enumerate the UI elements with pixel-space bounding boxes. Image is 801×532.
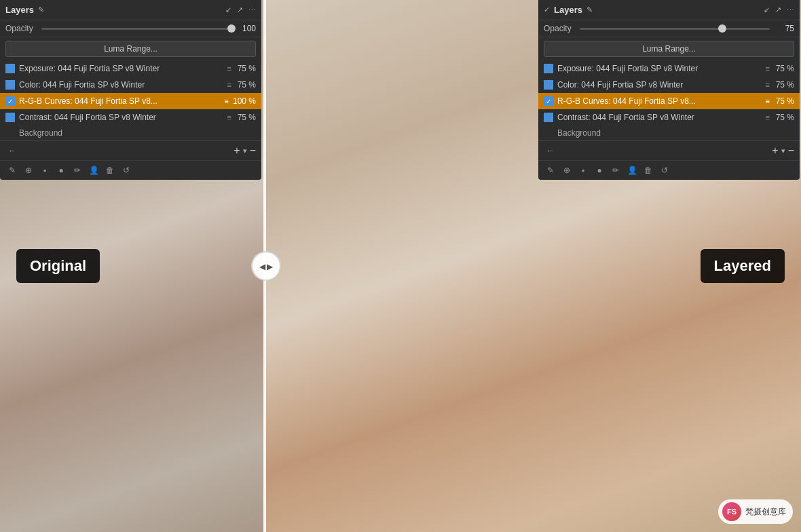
panel-title-area-left: Layers ✎ — [5, 5, 44, 15]
arrow-dropdown-left[interactable]: ▾ — [243, 147, 247, 155]
adjust-icon-contrast-left: ≡ — [227, 113, 231, 121]
layered-label-text: Layered — [714, 257, 771, 274]
check-color-left: ✓ — [7, 81, 13, 89]
more-icon-right[interactable]: ⋯ — [787, 5, 794, 14]
layer-row-rgb-left[interactable]: ✓ R-G-B Curves: 044 Fuji Fortia SP v8...… — [0, 93, 261, 109]
brush-icon-right[interactable]: ✎ — [544, 164, 557, 177]
expand-icon-left[interactable]: ↗ — [237, 5, 243, 14]
watermark-logo: FS — [722, 502, 741, 521]
stamp-icon-left[interactable]: ⊕ — [22, 164, 35, 177]
opacity-thumb-right[interactable] — [718, 24, 726, 33]
panel-controls-right: ↙ ↗ ⋯ — [764, 5, 794, 14]
luma-range-btn-right[interactable]: Luma Range... — [544, 41, 794, 57]
layer-name-contrast-right: Contrast: 044 Fuji Fortia SP v8 Winter — [557, 113, 762, 122]
layer-pct-exposure-left: 75 % — [236, 64, 256, 73]
original-label: Original — [16, 249, 100, 283]
layer-name-rgb-right: R-G-B Curves: 044 Fuji Fortia SP v8... — [557, 96, 762, 106]
collapse-icon-left[interactable]: ↙ — [225, 5, 231, 14]
circle-icon-left[interactable]: ● — [54, 164, 68, 177]
opacity-slider-left[interactable] — [41, 28, 231, 30]
pencil-icon-left[interactable]: ✎ — [38, 5, 44, 14]
layer-checkbox-exposure-left[interactable]: ✓ — [5, 64, 15, 73]
add-layer-btn-left[interactable]: + — [234, 145, 240, 157]
layer-checkbox-contrast-left[interactable]: ✓ — [5, 113, 15, 122]
adjust-icon-contrast-right: ≡ — [766, 113, 770, 121]
layer-name-contrast-left: Contrast: 044 Fuji Fortia SP v8 Winter — [19, 113, 223, 122]
layer-row-exposure-left[interactable]: ✓ Exposure: 044 Fuji Fortia SP v8 Winter… — [0, 60, 261, 77]
opacity-row-right: Opacity 75 — [538, 20, 800, 37]
square-icon-left[interactable]: ▪ — [38, 164, 52, 177]
brush-icon-left[interactable]: ✎ — [5, 164, 19, 177]
layer-row-contrast-right[interactable]: ✓ Contrast: 044 Fuji Fortia SP v8 Winter… — [538, 109, 800, 126]
panel-toolbar-left: ← + ▾ − — [0, 140, 261, 160]
reset-icon-left[interactable]: ↺ — [119, 164, 133, 177]
layer-name-rgb-left: R-G-B Curves: 044 Fuji Fortia SP v8... — [19, 96, 221, 106]
adjust-icon-exposure-left: ≡ — [227, 64, 231, 73]
opacity-thumb-left[interactable] — [227, 24, 236, 33]
layer-checkbox-exposure-right[interactable]: ✓ — [544, 64, 553, 73]
adjust-icon-color-right: ≡ — [766, 81, 770, 89]
toolbar-right-controls-right: + ▾ − — [772, 145, 794, 157]
background-row-right: Background — [538, 126, 800, 140]
background-label-left: Background — [19, 128, 62, 138]
layer-checkbox-color-left[interactable]: ✓ — [5, 80, 15, 90]
collapse-icon-right[interactable]: ↙ — [764, 5, 770, 14]
remove-layer-btn-right[interactable]: − — [788, 145, 794, 157]
layer-checkbox-rgb-right[interactable]: ✓ — [544, 96, 553, 106]
toolbar-right-icons: ← — [544, 144, 768, 157]
remove-layer-btn-left[interactable]: − — [250, 145, 256, 157]
adjust-icon-color-left: ≡ — [227, 81, 231, 89]
delete-icon-left[interactable]: 🗑 — [103, 164, 117, 177]
arrow-dropdown-right[interactable]: ▾ — [781, 147, 785, 155]
layer-checkbox-rgb-left[interactable]: ✓ — [5, 96, 15, 106]
arrow-left-btn-right[interactable]: ← — [544, 144, 557, 157]
watermark-text: 梵摄创意库 — [745, 506, 786, 518]
person-icon-left[interactable]: 👤 — [87, 164, 100, 177]
layer-row-color-right[interactable]: ✓ Color: 044 Fuji Fortia SP v8 Winter ≡ … — [538, 77, 800, 93]
layer-row-rgb-right[interactable]: ✓ R-G-B Curves: 044 Fuji Fortia SP v8...… — [538, 93, 800, 109]
panel-bottom-icons-right: ✎ ⊕ ▪ ● ✏ 👤 🗑 ↺ — [538, 160, 800, 180]
adjust-icon-rgb-right: ≡ — [766, 97, 770, 105]
opacity-row-left: Opacity 100 — [0, 20, 261, 37]
check-exposure-left: ✓ — [7, 65, 13, 73]
check-contrast-left: ✓ — [7, 114, 13, 121]
background-row-left: Background — [0, 126, 261, 140]
opacity-slider-right[interactable] — [580, 28, 770, 30]
layer-name-color-right: Color: 044 Fuji Fortia SP v8 Winter — [557, 80, 762, 90]
arrow-right-icon — [267, 260, 273, 272]
expand-icon-right[interactable]: ↗ — [775, 5, 781, 14]
luma-range-label-left: Luma Range... — [104, 44, 157, 54]
add-layer-btn-right[interactable]: + — [772, 145, 778, 157]
drag-handle[interactable] — [251, 251, 281, 281]
layer-row-color-left[interactable]: ✓ Color: 044 Fuji Fortia SP v8 Winter ≡ … — [0, 77, 261, 93]
eraser-icon-right[interactable]: ✏ — [609, 164, 622, 177]
person-icon-right[interactable]: 👤 — [625, 164, 639, 177]
watermark-logo-text: FS — [727, 508, 737, 516]
check-exposure-right: ✓ — [546, 65, 551, 73]
layer-row-contrast-left[interactable]: ✓ Contrast: 044 Fuji Fortia SP v8 Winter… — [0, 109, 261, 126]
delete-icon-right[interactable]: 🗑 — [641, 164, 655, 177]
layer-row-exposure-right[interactable]: ✓ Exposure: 044 Fuji Fortia SP v8 Winter… — [538, 60, 800, 77]
eraser-icon-left[interactable]: ✏ — [71, 164, 84, 177]
arrow-left-btn[interactable]: ← — [5, 144, 19, 157]
check-icon-right[interactable]: ✓ — [544, 5, 550, 14]
circle-icon-right[interactable]: ● — [593, 164, 606, 177]
pencil-icon-right[interactable]: ✎ — [586, 5, 593, 14]
reset-icon-right[interactable]: ↺ — [658, 164, 671, 177]
panel-toolbar-right: ← + ▾ − — [538, 140, 800, 160]
layer-pct-contrast-right: 75 % — [774, 113, 794, 122]
layer-name-exposure-left: Exposure: 044 Fuji Fortia SP v8 Winter — [19, 64, 223, 73]
layer-pct-color-right: 75 % — [774, 80, 794, 90]
stamp-icon-right[interactable]: ⊕ — [560, 164, 574, 177]
original-label-text: Original — [30, 257, 86, 274]
panel-title-area-right: ✓ Layers ✎ — [544, 5, 593, 15]
square-icon-right[interactable]: ▪ — [576, 164, 590, 177]
panel-title-right: Layers — [554, 5, 582, 15]
layer-name-color-left: Color: 044 Fuji Fortia SP v8 Winter — [19, 80, 223, 90]
layer-pct-rgb-left: 100 % — [233, 96, 256, 106]
layer-checkbox-contrast-right[interactable]: ✓ — [544, 113, 553, 122]
layer-checkbox-color-right[interactable]: ✓ — [544, 80, 553, 90]
more-icon-left[interactable]: ⋯ — [248, 5, 256, 14]
luma-range-btn-left[interactable]: Luma Range... — [5, 41, 256, 57]
toolbar-left-icons: ← — [5, 144, 229, 157]
